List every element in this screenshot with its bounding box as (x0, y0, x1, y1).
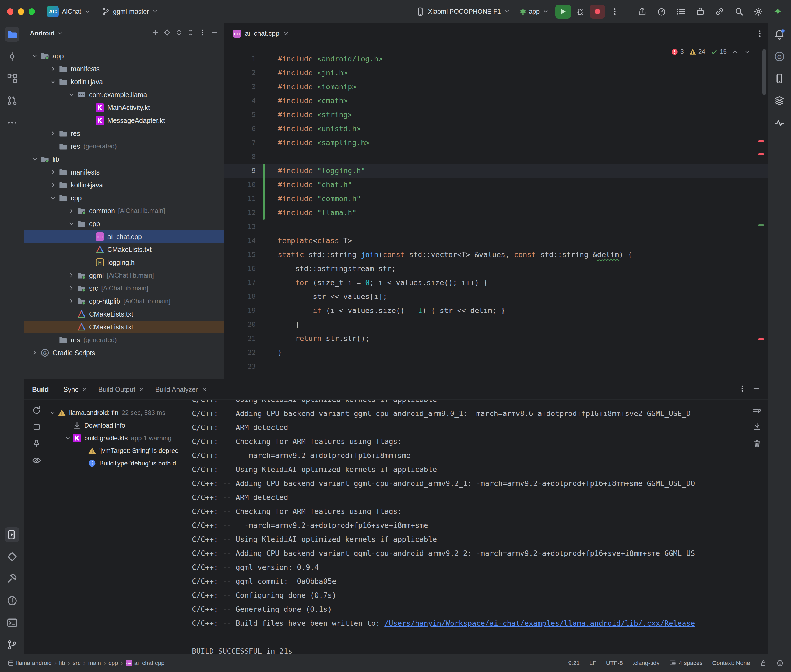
line-number[interactable]: 21 (224, 331, 266, 346)
tree-item-lib[interactable]: lib (24, 153, 224, 166)
build-tab-build-output[interactable]: Build Output (93, 379, 150, 399)
chevron-down-icon[interactable] (66, 91, 77, 98)
build-tool-button[interactable] (5, 571, 19, 586)
tree-item-kotlin-java[interactable]: kotlin+java (24, 179, 224, 192)
tree-item-src[interactable]: src[AiChat.lib.main] (24, 282, 224, 295)
line-number[interactable]: 23 (224, 360, 266, 373)
file-encoding-widget[interactable]: UTF-8 (606, 660, 623, 667)
new-file-button[interactable] (151, 29, 159, 38)
tree-item-res[interactable]: res(generated) (24, 333, 224, 346)
chevron-right-icon[interactable] (66, 298, 77, 304)
tree-item-ggml[interactable]: ggml[AiChat.lib.main] (24, 269, 224, 282)
show-details-button[interactable] (32, 456, 41, 467)
close-window-button[interactable] (7, 8, 13, 15)
tree-item-res[interactable]: res (24, 127, 224, 140)
chevron-down-icon[interactable] (47, 78, 59, 85)
editor-options-icon[interactable] (756, 30, 764, 38)
close-tab-icon[interactable] (283, 30, 289, 37)
stop-button[interactable] (590, 5, 605, 19)
project-view-selector[interactable]: Android (30, 30, 63, 37)
commit-tool-button[interactable] (5, 49, 19, 64)
tree-item-llama-android-fin[interactable]: llama.android: fin22 sec, 583 ms (46, 406, 187, 419)
pull-requests-tool-button[interactable] (5, 93, 19, 108)
tree-item-res[interactable]: res(generated) (24, 140, 224, 153)
dependencies-tool-button[interactable] (5, 549, 19, 564)
line-number[interactable]: 20 (224, 318, 266, 331)
tree-item-cpp[interactable]: cpp (24, 217, 224, 230)
next-problem-icon[interactable] (744, 49, 750, 55)
tree-item-common[interactable]: common[AiChat.lib.main] (24, 204, 224, 217)
tree-item-jvmtarget-string-is-deprec[interactable]: 'jvmTarget: String' is deprec (46, 444, 187, 457)
breadcrumb-lib[interactable]: lib (59, 660, 65, 667)
line-number[interactable]: 6 (224, 122, 266, 136)
link-button[interactable] (714, 5, 726, 18)
line-number[interactable]: 17 (224, 276, 266, 290)
line-number[interactable]: 11 (224, 192, 266, 206)
close-icon[interactable] (202, 387, 207, 392)
gradle-tool-button[interactable]: G (772, 49, 787, 64)
cursor-position-widget[interactable]: 9:21 (568, 660, 580, 667)
gemini-button[interactable] (772, 5, 784, 18)
error-stripe-mark[interactable] (759, 153, 764, 155)
line-number[interactable]: 16 (224, 262, 266, 276)
clang-tidy-profile-widget[interactable]: .clang-tidy (632, 660, 659, 667)
zoom-window-button[interactable] (29, 8, 35, 15)
collapse-all-button[interactable] (187, 29, 194, 38)
build-output-path-link[interactable]: /Users/hanyin/Workspace/ai-chat/examples… (384, 619, 695, 627)
file-lock-widget[interactable] (760, 660, 767, 667)
expand-all-button[interactable] (175, 29, 183, 38)
tree-item-build-gradle-kts[interactable]: build.gradle.ktsapp 1 warning (46, 432, 187, 444)
tree-item-cpp[interactable]: cpp (24, 192, 224, 204)
terminal-tool-button[interactable] (5, 616, 19, 630)
error-count[interactable]: 3 (671, 48, 684, 55)
todo-list-button[interactable] (675, 5, 687, 18)
more-run-options-button[interactable] (608, 5, 621, 18)
tree-item-cmakelists-txt[interactable]: CMakeLists.txt (24, 243, 224, 256)
build-tab-build-analyzer[interactable]: Build Analyzer (150, 379, 212, 399)
line-number[interactable]: 5 (224, 108, 266, 122)
scroll-to-end-button[interactable] (752, 422, 762, 433)
chevron-right-icon[interactable] (66, 285, 77, 291)
chevron-down-icon[interactable] (48, 410, 58, 416)
chevron-down-icon[interactable] (47, 195, 59, 201)
resource-manager-tool-button[interactable] (772, 93, 787, 108)
resync-button[interactable] (32, 406, 41, 416)
hide-project-panel-button[interactable] (211, 29, 218, 38)
running-devices-tool-button[interactable] (5, 527, 19, 542)
line-number[interactable]: 19 (224, 304, 266, 318)
chevron-right-icon[interactable] (29, 350, 41, 356)
plugin-button[interactable] (694, 5, 706, 18)
tree-item-kotlin-java[interactable]: kotlin+java (24, 75, 224, 88)
run-config-selector[interactable]: app (517, 6, 552, 18)
line-number[interactable]: 8 (224, 150, 266, 164)
line-number[interactable]: 4 (224, 94, 266, 108)
hide-build-panel-button[interactable] (752, 385, 760, 394)
change-stripe-mark[interactable] (759, 224, 764, 226)
chevron-down-icon[interactable] (29, 53, 41, 59)
line-number[interactable]: 13 (224, 220, 266, 234)
editor-scrollbar[interactable] (762, 49, 766, 95)
tree-item-com-example-llama[interactable]: com.example.llama (24, 88, 224, 101)
status-indicator-widget[interactable] (777, 660, 783, 667)
line-number[interactable]: 7 (224, 136, 266, 150)
indent-style-widget[interactable]: 4 spaces (669, 660, 703, 667)
line-number[interactable]: 14 (224, 234, 266, 248)
device-selector[interactable]: Xiaomi POCOPHONE F1 (412, 5, 514, 18)
project-tool-button[interactable] (5, 27, 19, 42)
pin-tab-button[interactable] (32, 439, 41, 450)
previous-problem-icon[interactable] (732, 49, 738, 55)
tree-item-logging-h[interactable]: Hlogging.h (24, 256, 224, 269)
line-number[interactable]: 1 (224, 52, 266, 66)
build-options-button[interactable] (738, 385, 746, 394)
build-tab-sync[interactable]: Sync (58, 379, 93, 399)
breadcrumb-llama-android[interactable]: llama.android (8, 660, 52, 667)
close-icon[interactable] (82, 387, 87, 392)
run-button[interactable] (555, 5, 571, 19)
breadcrumb-ai-chat-cpp[interactable]: C++ai_chat.cpp (126, 660, 165, 667)
tree-item-app[interactable]: app (24, 50, 224, 62)
line-number[interactable]: 2 (224, 66, 266, 80)
line-number[interactable]: 9 (224, 164, 266, 178)
tree-item-cpp-httplib[interactable]: cpp-httplib[AiChat.lib.main] (24, 295, 224, 308)
error-stripe-mark[interactable] (759, 338, 764, 340)
breadcrumb-src[interactable]: src (73, 660, 80, 667)
